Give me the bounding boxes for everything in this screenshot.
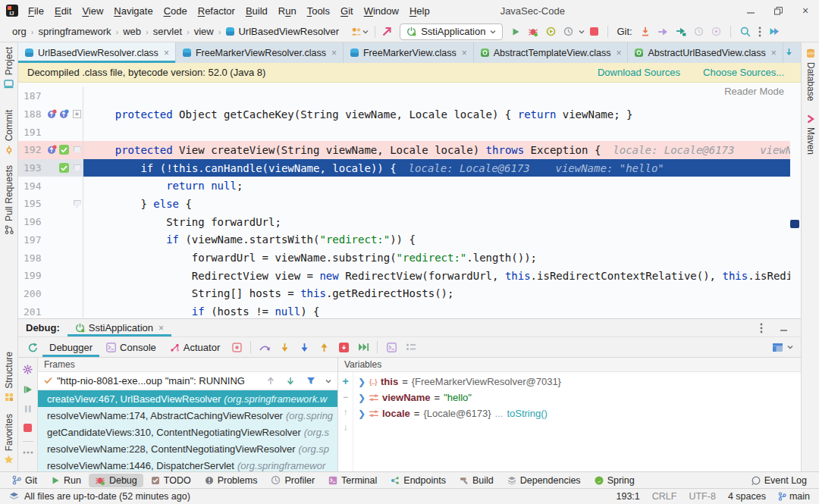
code-line[interactable]: 187	[18, 87, 790, 105]
download-sources-link[interactable]: Download Sources	[598, 67, 680, 78]
breadcrumb-web[interactable]: web	[120, 24, 144, 39]
run-to-cursor-button[interactable]	[353, 337, 373, 357]
code-line[interactable]: 192 protected View createView(String vie…	[18, 141, 790, 159]
code-line[interactable]: 188+ protected Object getCacheKey(String…	[18, 105, 790, 124]
code-line[interactable]: 194 return null;	[18, 177, 790, 195]
menu-build[interactable]: Build	[240, 3, 273, 19]
breakpoint-icon[interactable]	[59, 145, 70, 155]
git-rollback-button[interactable]	[709, 25, 723, 38]
breakpoint-icon[interactable]	[59, 163, 70, 174]
variable-row[interactable]: ❯viewName = "hello"	[353, 390, 801, 405]
frame-row[interactable]: resolveViewName:228, ContentNegotiatingV…	[38, 440, 337, 457]
toolwindow-endpoints[interactable]: Endpoints	[384, 474, 452, 487]
fold-collapse-icon[interactable]	[74, 200, 81, 208]
step-out-button[interactable]	[314, 337, 334, 357]
menu-refactor[interactable]: Refactor	[193, 3, 240, 19]
toolwindow-git[interactable]: Git	[6, 474, 43, 487]
toolwindow-terminal[interactable]: Terminal	[322, 474, 383, 487]
line-number[interactable]: 192	[18, 144, 47, 155]
frame-row[interactable]: createView:467, UrlBasedViewResolver(org…	[38, 390, 337, 407]
code-with-me-button[interactable]	[767, 25, 782, 38]
code-text[interactable]: RedirectView view = new RedirectView(for…	[83, 267, 790, 285]
code-text[interactable]: String forwardUrl;	[83, 213, 790, 231]
line-number[interactable]: 187	[18, 90, 47, 102]
close-tab-icon[interactable]: ×	[330, 48, 337, 58]
profile-button[interactable]	[561, 25, 576, 38]
tool-strip-commit[interactable]: Commit	[4, 110, 14, 154]
encoding-indicator[interactable]: UTF-8	[689, 491, 715, 502]
hidden-tabs-button[interactable]	[785, 47, 801, 58]
code-editor[interactable]: 187188+ protected Object getCacheKey(Str…	[18, 83, 801, 318]
threads-view-options-button[interactable]	[401, 337, 421, 357]
toolwindow-run[interactable]: Run	[45, 474, 87, 487]
step-into-button[interactable]	[275, 337, 294, 357]
remove-watch-button[interactable]: −	[343, 392, 348, 402]
hide-panel-button[interactable]	[777, 322, 790, 333]
code-text[interactable]: if (viewName.startsWith("redirect:")) {	[83, 231, 790, 249]
editor-tab-urlbasedviewresolver-class[interactable]: UrlBasedViewResolver.class×	[18, 42, 176, 63]
menu-window[interactable]: Window	[359, 3, 404, 19]
move-up-button[interactable]: ↑	[344, 407, 348, 418]
tool-strip-structure[interactable]: Structure	[4, 352, 14, 402]
minimize-button[interactable]	[737, 0, 764, 21]
code-text[interactable]	[83, 87, 790, 105]
menu-code[interactable]: Code	[158, 3, 193, 19]
step-over-button[interactable]	[255, 337, 275, 357]
breadcrumb-class[interactable]: UrlBasedViewResolver	[222, 24, 342, 39]
code-text[interactable]: if (!this.canHandle(viewName, locale)) {…	[83, 159, 790, 177]
run-configuration-select[interactable]: SstiApplication	[400, 23, 503, 40]
hide-library-frames-button[interactable]	[304, 375, 318, 387]
editor-tab-abstracturlbasedview-class[interactable]: AbstractUrlBasedView.class×	[628, 42, 783, 63]
code-line[interactable]: 193 if (!this.canHandle(viewName, locale…	[18, 159, 790, 177]
code-line[interactable]: 197 if (viewName.startsWith("redirect:")…	[18, 231, 790, 249]
menu-edit[interactable]: Edit	[49, 3, 77, 19]
expand-chevron-icon[interactable]: ❯	[358, 409, 366, 419]
code-line[interactable]: 199 RedirectView view = new RedirectView…	[18, 267, 790, 285]
toolwindow-problems[interactable]: Problems	[199, 474, 264, 487]
breadcrumb-view[interactable]: view	[191, 24, 217, 39]
breadcrumb-org[interactable]: org	[9, 24, 30, 39]
toolwindow-dependencies[interactable]: Dependencies	[501, 474, 587, 487]
git-fetch-button[interactable]	[673, 26, 689, 38]
expand-chevron-icon[interactable]: ❯	[358, 377, 366, 387]
caret-position[interactable]: 193:1	[617, 491, 640, 502]
code-line[interactable]: 195 } else {	[18, 195, 790, 213]
line-number[interactable]: 188	[18, 108, 47, 120]
frame-row[interactable]: getCandidateViews:310, ContentNegotiatin…	[38, 424, 337, 440]
close-tab-icon[interactable]: ×	[460, 48, 467, 58]
profiler-dropdown-icon[interactable]	[579, 30, 585, 34]
fold-collapse-icon[interactable]	[74, 146, 81, 154]
debug-tab-actuator[interactable]: Actuator	[163, 337, 227, 357]
more-debug-actions-button[interactable]	[20, 449, 36, 455]
line-number[interactable]: 200	[18, 288, 47, 299]
more-actions-button[interactable]	[756, 25, 764, 39]
expand-chevron-icon[interactable]: ❯	[358, 393, 366, 403]
code-text[interactable]: forwardUrl = viewName.substring("redirec…	[83, 249, 790, 267]
prev-frame-button[interactable]	[265, 375, 277, 387]
view-breakpoints-button[interactable]	[334, 337, 353, 357]
debug-tab-console[interactable]: Console	[99, 337, 163, 357]
debug-options-button[interactable]	[758, 321, 765, 335]
stop-button[interactable]	[588, 26, 601, 37]
editor-tab-freemarkerview-class[interactable]: FreeMarkerView.class×	[344, 42, 474, 63]
code-text[interactable]: protected View createView(String viewNam…	[83, 141, 790, 159]
close-tab-icon[interactable]: ×	[770, 48, 777, 58]
close-button[interactable]: ×	[792, 0, 819, 21]
frame-row[interactable]: resolveViewName:1446, DispatcherServlet(…	[38, 457, 337, 471]
layout-settings-button[interactable]	[770, 341, 786, 354]
show-console-button[interactable]	[381, 337, 401, 357]
line-number[interactable]: 201	[18, 306, 47, 318]
run-anything-button[interactable]	[379, 25, 394, 38]
resume-program-button[interactable]	[21, 383, 35, 396]
close-tab-icon[interactable]: ×	[162, 48, 169, 58]
line-number[interactable]: 191	[18, 127, 47, 138]
code-text[interactable]	[83, 123, 790, 141]
editor-tab-freemarkerviewresolver-class[interactable]: FreeMarkerViewResolver.class×	[176, 42, 344, 63]
line-number[interactable]: 194	[18, 180, 47, 192]
fold-collapse-icon[interactable]	[74, 164, 81, 172]
code-text[interactable]: return null;	[83, 177, 790, 195]
code-line[interactable]: 191	[18, 123, 790, 141]
code-line[interactable]: 200 String[] hosts = this.getRedirectHos…	[18, 285, 790, 303]
debug-session-tab[interactable]: SstiApplication×	[67, 319, 171, 337]
toolwindow-debug[interactable]: Debug	[89, 474, 143, 487]
